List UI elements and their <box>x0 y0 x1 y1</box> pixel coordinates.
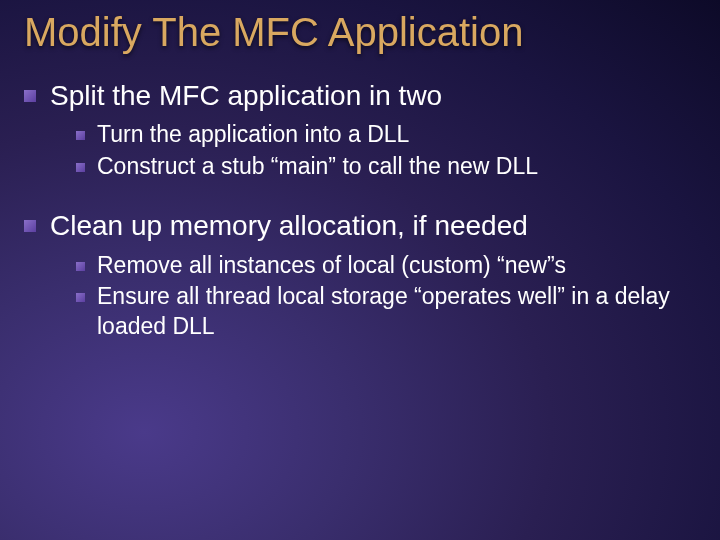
bullet-icon <box>76 293 85 302</box>
slide-title: Modify The MFC Application <box>24 10 696 54</box>
list-item: Clean up memory allocation, if needed <box>24 208 696 244</box>
list-item-text: Construct a stub “main” to call the new … <box>97 152 538 182</box>
bullet-icon <box>24 90 36 102</box>
list-item-text: Clean up memory allocation, if needed <box>50 208 528 244</box>
list-item: Construct a stub “main” to call the new … <box>76 152 696 182</box>
list-item-text: Remove all instances of local (custom) “… <box>97 251 566 281</box>
bullet-icon <box>76 262 85 271</box>
list-item-text: Split the MFC application in two <box>50 78 442 114</box>
sub-list: Turn the application into a DLL Construc… <box>76 120 696 182</box>
list-item: Remove all instances of local (custom) “… <box>76 251 696 281</box>
sub-list: Remove all instances of local (custom) “… <box>76 251 696 343</box>
slide: Modify The MFC Application Split the MFC… <box>0 0 720 540</box>
list-item-text: Turn the application into a DLL <box>97 120 409 150</box>
bullet-icon <box>76 131 85 140</box>
list-item: Split the MFC application in two <box>24 78 696 114</box>
bullet-icon <box>76 163 85 172</box>
list-item: Turn the application into a DLL <box>76 120 696 150</box>
list-item-text: Ensure all thread local storage “operate… <box>97 282 696 342</box>
bullet-icon <box>24 220 36 232</box>
list-item: Ensure all thread local storage “operate… <box>76 282 696 342</box>
